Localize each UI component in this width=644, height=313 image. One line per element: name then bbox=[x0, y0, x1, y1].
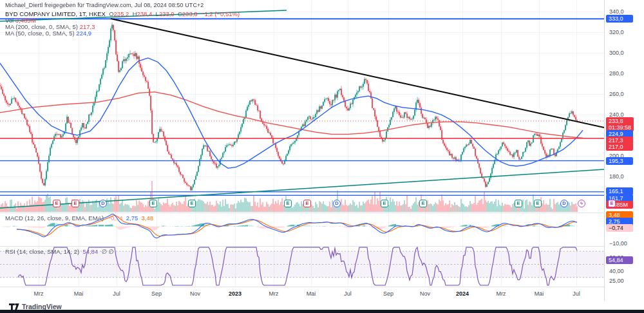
time-axis-label: 2023 bbox=[229, 290, 242, 297]
axis-badge: 217,0 bbox=[606, 143, 633, 151]
high-value: 238,4 bbox=[137, 10, 153, 17]
time-axis-label: Nov bbox=[420, 290, 430, 297]
earnings-event-badge[interactable]: E bbox=[188, 200, 196, 207]
axis-tick: 320,0 bbox=[609, 29, 624, 35]
macd-signal-value: 3,48 bbox=[142, 214, 154, 222]
ma50-label: MA (50, close, 0, SMA, 5) bbox=[5, 30, 75, 37]
earnings-event-badge[interactable]: E bbox=[303, 200, 311, 207]
axis-tick: 25,00 bbox=[609, 278, 624, 284]
earnings-event-badge[interactable]: E bbox=[284, 200, 292, 207]
time-axis[interactable]: MrzMaiJulSepNov2023MrzMaiJulSepNov2024Mr… bbox=[0, 287, 604, 301]
time-axis-label: Jul bbox=[573, 290, 580, 297]
ma50-value: 224,9 bbox=[76, 30, 91, 37]
split-event-badge[interactable]: ϟ bbox=[578, 200, 585, 207]
rsi-label: RSI (14, close, SMA, 14, 2) bbox=[5, 248, 79, 255]
axis-tick: 300,0 bbox=[609, 50, 624, 56]
ma50-legend-row[interactable]: MA (50, close, 0, SMA, 5) 224,9 bbox=[5, 30, 240, 37]
time-axis-label: Mai bbox=[535, 290, 544, 297]
axis-badge: 233,801:39:58 bbox=[606, 117, 634, 131]
close-label: C bbox=[178, 10, 182, 17]
time-axis-label: Sep bbox=[151, 290, 162, 297]
time-axis-label: Sep bbox=[383, 290, 393, 297]
dividend-event-badge[interactable]: D bbox=[99, 200, 107, 207]
axis-tick: 340,0 bbox=[609, 8, 624, 15]
time-axis-label: Mai bbox=[307, 290, 316, 297]
price-axis[interactable]: 340,0320,0300,0280,0260,0240,0200,0180,0… bbox=[604, 0, 644, 301]
axis-badge: 195,3 bbox=[606, 157, 633, 165]
axis-tick: −10,00 bbox=[609, 240, 627, 247]
low-value: 233,0 bbox=[159, 10, 175, 17]
tradingview-logo-icon bbox=[9, 303, 19, 310]
dividend-event-badge[interactable]: D bbox=[333, 200, 341, 207]
earnings-event-badge[interactable]: E bbox=[515, 200, 522, 207]
earnings-event-badge[interactable]: E bbox=[381, 200, 388, 207]
macd-line-value: 2,75 bbox=[126, 214, 138, 222]
earnings-event-badge[interactable]: E bbox=[608, 200, 616, 207]
axis-tick: 260,0 bbox=[609, 91, 624, 97]
axis-badge: 333,0 bbox=[606, 15, 633, 23]
price-chart-canvas[interactable] bbox=[0, 0, 604, 287]
high-label: H bbox=[133, 10, 137, 17]
earnings-event-badge[interactable]: E bbox=[149, 200, 157, 207]
symbol-legend-row[interactable]: BYD COMPANY LIMITED, 1T, HKEX O235,2 H23… bbox=[5, 11, 240, 17]
earnings-event-badge[interactable]: E bbox=[53, 200, 61, 207]
close-value: 233,8 bbox=[182, 10, 198, 17]
time-axis-label: Jul bbox=[113, 290, 120, 297]
macd-legend-row[interactable]: MACD (12, 26, close, 9, EMA, EMA) −0,74 … bbox=[5, 214, 153, 222]
time-axis-label: Mai bbox=[74, 290, 84, 297]
axis-tick: 40,00 bbox=[609, 268, 624, 274]
earnings-event-badge[interactable]: E bbox=[419, 200, 427, 207]
macd-label: MACD (12, 26, close, 9, EMA, EMA) bbox=[5, 214, 104, 222]
axis-tick: 280,0 bbox=[609, 70, 624, 77]
axis-badge: −0,74 bbox=[606, 224, 633, 232]
earnings-event-badge[interactable]: E bbox=[534, 200, 542, 207]
rsi-legend-row[interactable]: RSI (14, close, SMA, 14, 2) 54,84 ∅ ∅ bbox=[5, 248, 114, 255]
symbol-legend: BYD COMPANY LIMITED, 1T, HKEX O235,2 H23… bbox=[5, 11, 240, 37]
time-axis-label: 2024 bbox=[456, 290, 469, 297]
rsi-extra: ∅ ∅ bbox=[101, 248, 113, 255]
time-axis-label: Mrz bbox=[497, 290, 506, 297]
dividend-event-badge[interactable]: D bbox=[560, 200, 568, 207]
change-value: −1,2 (−0,51%) bbox=[201, 10, 240, 17]
tradingview-chart-window: Michael_Diertl freigegeben für TradingVi… bbox=[0, 0, 644, 313]
earnings-event-badge[interactable]: E bbox=[71, 200, 79, 207]
open-value: 235,2 bbox=[114, 10, 129, 17]
macd-hist-value: −0,74 bbox=[107, 214, 122, 222]
time-axis-label: Jul bbox=[344, 290, 352, 297]
share-header: Michael_Diertl freigegeben für TradingVi… bbox=[5, 2, 204, 8]
window-bottom-strip bbox=[0, 310, 644, 313]
rsi-value: 54,84 bbox=[82, 248, 98, 255]
open-label: O bbox=[109, 10, 113, 17]
time-axis-label: Mrz bbox=[34, 290, 44, 297]
axis-badge: 54,84 bbox=[606, 256, 633, 264]
axis-tick: 180,0 bbox=[609, 173, 624, 180]
time-axis-label: Nov bbox=[190, 290, 200, 297]
time-axis-label: Mrz bbox=[269, 290, 279, 297]
